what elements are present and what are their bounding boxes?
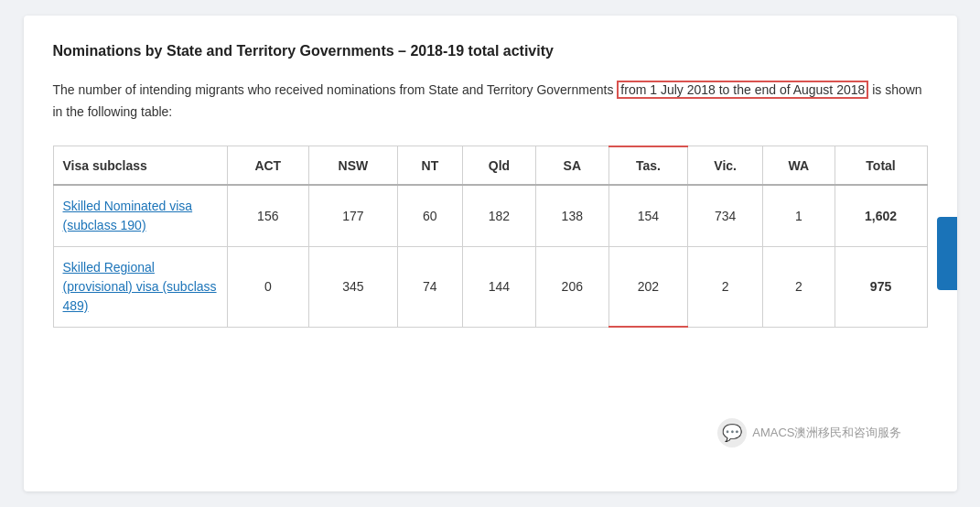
cell-vic: 734 — [688, 185, 763, 247]
cell-act: 156 — [227, 185, 309, 247]
watermark-text: AMACS澳洲移民和咨询服务 — [752, 425, 901, 441]
col-header-act: ACT — [227, 146, 309, 185]
cell-vic: 2 — [688, 246, 763, 327]
cell-qld: 182 — [463, 185, 536, 247]
cell-sa: 206 — [535, 246, 608, 327]
col-header-total: Total — [835, 146, 927, 185]
visa-link[interactable]: Skilled Regional (provisional) visa (sub… — [63, 260, 217, 313]
cell-wa: 2 — [763, 246, 835, 327]
main-card: Nominations by State and Territory Gover… — [24, 16, 957, 491]
col-header-nsw: NSW — [309, 146, 398, 185]
cell-total: 1,602 — [835, 185, 927, 247]
date-highlight: from 1 July 2018 to the end of August 20… — [617, 81, 868, 99]
col-header-qld: Qld — [463, 146, 536, 185]
cell-wa: 1 — [763, 185, 835, 247]
cell-nt: 74 — [397, 246, 462, 327]
table-header-row: Visa subclass ACT NSW NT Qld SA Tas. Vic… — [53, 146, 927, 185]
col-header-visa: Visa subclass — [53, 146, 227, 185]
cell-sa: 138 — [535, 185, 608, 247]
description-part1: The number of intending migrants who rec… — [53, 82, 618, 97]
cell-tas: 202 — [608, 246, 687, 327]
col-header-sa: SA — [535, 146, 608, 185]
cell-nsw: 345 — [309, 246, 398, 327]
cell-qld: 144 — [463, 246, 536, 327]
page-title: Nominations by State and Territory Gover… — [53, 41, 928, 61]
sidebar-indicator — [937, 217, 957, 290]
watermark: 💬 AMACS澳洲移民和咨询服务 — [717, 418, 901, 448]
cell-tas: 154 — [608, 185, 687, 247]
cell-nt: 60 — [397, 185, 462, 247]
table-row: Skilled Regional (provisional) visa (sub… — [53, 246, 927, 327]
col-header-vic: Vic. — [688, 146, 763, 185]
visa-link[interactable]: Skilled Nominated visa (subclass 190) — [63, 199, 193, 232]
col-header-wa: WA — [763, 146, 835, 185]
table-row: Skilled Nominated visa (subclass 190)156… — [53, 185, 927, 247]
visa-cell: Skilled Regional (provisional) visa (sub… — [53, 246, 227, 327]
visa-cell: Skilled Nominated visa (subclass 190) — [53, 185, 227, 247]
nominations-table: Visa subclass ACT NSW NT Qld SA Tas. Vic… — [53, 146, 928, 329]
col-header-nt: NT — [397, 146, 462, 185]
watermark-icon: 💬 — [717, 418, 747, 448]
cell-act: 0 — [227, 246, 309, 327]
cell-nsw: 177 — [309, 185, 398, 247]
description: The number of intending migrants who rec… — [53, 80, 928, 124]
col-header-tas: Tas. — [608, 146, 687, 185]
cell-total: 975 — [835, 246, 927, 327]
